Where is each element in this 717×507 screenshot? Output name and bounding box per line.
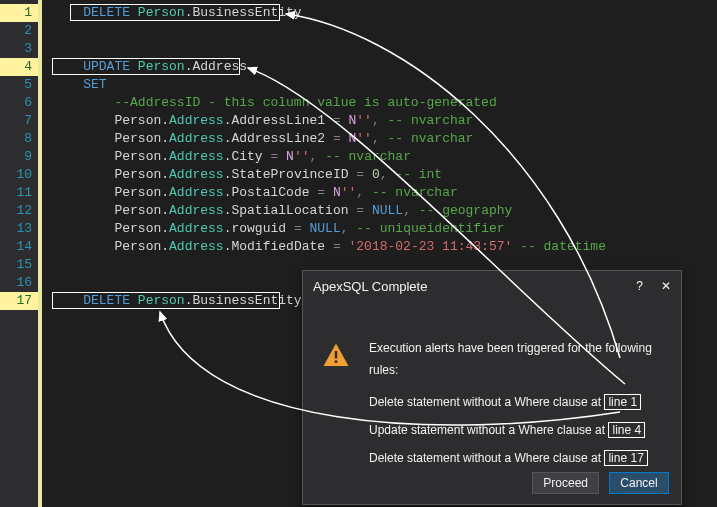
help-icon[interactable]: ? [636, 279, 643, 293]
code-line[interactable]: Person.Address.City = N'', -- nvarchar [52, 148, 717, 166]
dialog-text: Execution alerts have been triggered for… [369, 337, 663, 475]
line-number: 3 [0, 40, 38, 58]
line-number: 5 [0, 76, 38, 94]
line-number: 12 [0, 202, 38, 220]
code-line[interactable]: Person.Address.SpatialLocation = NULL, -… [52, 202, 717, 220]
line-number: 11 [0, 184, 38, 202]
code-line[interactable]: SET [52, 76, 717, 94]
warning-icon [321, 341, 351, 371]
code-line[interactable]: Person.Address.AddressLine1 = N'', -- nv… [52, 112, 717, 130]
close-icon[interactable]: ✕ [661, 279, 671, 293]
alert-rule: Update statement without a Where clause … [369, 419, 663, 441]
code-line[interactable]: UPDATE Person.Address [52, 58, 717, 76]
code-line[interactable] [52, 40, 717, 58]
code-line[interactable]: Person.Address.PostalCode = N'', -- nvar… [52, 184, 717, 202]
alert-rule: Delete statement without a Where clause … [369, 447, 663, 469]
dialog-header: ApexSQL Complete ? ✕ [303, 271, 681, 301]
code-line[interactable]: Person.Address.ModifiedDate = '2018-02-2… [52, 238, 717, 256]
code-line[interactable]: DELETE Person.BusinessEntity [52, 4, 717, 22]
alert-rule: Delete statement without a Where clause … [369, 391, 663, 413]
dialog-title: ApexSQL Complete [313, 279, 427, 294]
dialog-rules: Delete statement without a Where clause … [369, 391, 663, 469]
proceed-button[interactable]: Proceed [532, 472, 599, 494]
line-number: 7 [0, 112, 38, 130]
svg-rect-0 [335, 351, 338, 359]
line-reference: line 4 [608, 422, 645, 438]
code-line[interactable]: Person.Address.StateProvinceID = 0, -- i… [52, 166, 717, 184]
line-number: 17 [0, 292, 38, 310]
line-number: 4 [0, 58, 38, 76]
line-number: 2 [0, 22, 38, 40]
line-number: 8 [0, 130, 38, 148]
line-reference: line 17 [604, 450, 647, 466]
code-line[interactable]: --AddressID - this column value is auto-… [52, 94, 717, 112]
line-number: 15 [0, 256, 38, 274]
line-number: 6 [0, 94, 38, 112]
line-number: 16 [0, 274, 38, 292]
line-number: 10 [0, 166, 38, 184]
svg-rect-1 [335, 360, 338, 363]
code-line[interactable] [52, 22, 717, 40]
line-reference: line 1 [604, 394, 641, 410]
line-number: 13 [0, 220, 38, 238]
code-line[interactable]: Person.Address.AddressLine2 = N'', -- nv… [52, 130, 717, 148]
code-line[interactable]: Person.Address.rowguid = NULL, -- unique… [52, 220, 717, 238]
cancel-button[interactable]: Cancel [609, 472, 669, 494]
line-number: 1 [0, 4, 38, 22]
line-number-gutter: 1234567891011121314151617 [0, 0, 38, 507]
line-number: 9 [0, 148, 38, 166]
line-number: 14 [0, 238, 38, 256]
alert-dialog: ApexSQL Complete ? ✕ Execution alerts ha… [302, 270, 682, 505]
dialog-intro: Execution alerts have been triggered for… [369, 337, 663, 381]
